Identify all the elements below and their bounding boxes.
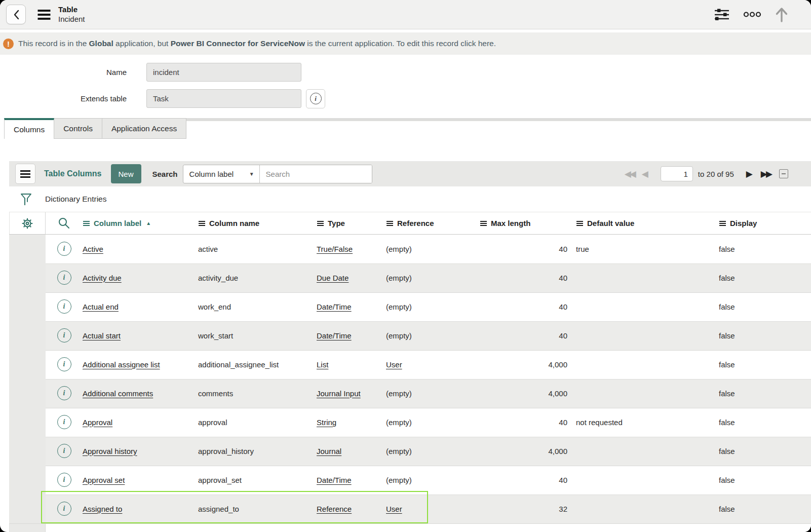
default-value-cell (576, 263, 719, 293)
chevron-left-icon (13, 10, 19, 20)
column-label-link[interactable]: Approval (83, 418, 112, 427)
record-name-subtitle: Incident (58, 15, 85, 24)
info-icon[interactable]: i (57, 299, 71, 314)
reference-value[interactable]: User (386, 505, 402, 513)
type-link[interactable]: Journal (317, 447, 341, 455)
scroll-to-top-button[interactable] (775, 7, 789, 23)
type-link[interactable]: Date/Time (317, 302, 352, 311)
row-selector-cell sel-border[interactable] (9, 350, 46, 379)
row-selector-cell sel-border[interactable] (9, 235, 46, 264)
row-selector-cell sel-border[interactable] (9, 437, 46, 466)
column-menu-icon (317, 220, 324, 226)
column-header-label: Reference (397, 219, 434, 227)
column-header-type[interactable]: Type (317, 219, 386, 227)
list-context-menu-button[interactable] (15, 164, 35, 184)
previous-page-button[interactable]: ◀ (642, 170, 648, 178)
type-link[interactable]: String (317, 418, 336, 427)
type-link[interactable]: List (317, 360, 328, 369)
search-icon[interactable] (58, 217, 70, 230)
personalize-form-button[interactable] (714, 8, 730, 21)
default-value-cell (576, 466, 719, 495)
info-icon[interactable]: i (57, 357, 71, 371)
row-info-cell: i (46, 408, 83, 437)
row-selector-cell sel-border[interactable] (9, 263, 46, 293)
tab-controls[interactable]: Controls (54, 118, 102, 139)
reference-cell: User (386, 495, 480, 524)
more-options-button[interactable] (743, 11, 761, 18)
page-number-input[interactable] (661, 166, 693, 181)
type-link[interactable]: True/False (317, 245, 353, 253)
column-header-display[interactable]: Display (719, 219, 811, 227)
info-icon[interactable]: i (57, 473, 71, 487)
column-label-link[interactable]: Assigned to (83, 505, 122, 513)
list-settings-cell (9, 212, 46, 234)
type-cell: Journal Input (317, 379, 386, 408)
search-field-select[interactable]: Column label ▼ (183, 165, 260, 183)
type-link[interactable]: Date/Time (317, 476, 352, 484)
column-label-link[interactable]: Active (83, 245, 103, 253)
column-header-max-length[interactable]: Max length (480, 219, 576, 227)
sort-ascending-icon: ▲ (146, 220, 151, 226)
reference-cell: (empty) (386, 321, 480, 351)
context-menu-button[interactable] (37, 9, 51, 20)
form-row-name: Name (0, 63, 811, 82)
column-header-column-name[interactable]: Column name (198, 219, 317, 227)
column-label-link[interactable]: Actual start (83, 331, 121, 340)
tab-columns[interactable]: Columns (4, 118, 54, 139)
column-label-link[interactable]: Additional assignee list (83, 360, 160, 369)
column-label-link[interactable]: Approval set (83, 476, 125, 484)
column-label-link[interactable]: Activity due (83, 274, 122, 282)
info-icon[interactable]: i (57, 444, 71, 458)
column-search-toggle-cell (46, 212, 83, 234)
column-label-cell: Approval (83, 408, 198, 437)
info-icon[interactable]: i (57, 386, 71, 400)
form-tabs: Columns Controls Application Access (4, 118, 811, 139)
default-value-cell (576, 292, 719, 322)
extends-table-field-label: Extends table (0, 94, 127, 103)
sliders-icon (714, 8, 730, 21)
column-label-cell: Approval set (83, 466, 198, 495)
column-header-default-value[interactable]: Default value (576, 219, 719, 227)
column-header-reference[interactable]: Reference (386, 219, 480, 227)
filter-button[interactable] (20, 193, 32, 206)
list-title[interactable]: Table Columns (44, 169, 102, 178)
new-button[interactable]: New (111, 164, 141, 183)
type-link[interactable]: Journal Input (317, 389, 361, 398)
row-selector-cell sel-border[interactable] (9, 379, 46, 408)
column-label-link[interactable]: Approval history (83, 447, 137, 455)
display-cell: false (719, 235, 811, 264)
column-header-column-label[interactable]: Column label ▲ (83, 219, 198, 227)
info-icon[interactable]: i (57, 415, 71, 429)
gear-icon[interactable] (21, 217, 34, 230)
display-cell: false (719, 495, 811, 524)
next-page-button[interactable]: ▶ (746, 170, 753, 178)
first-page-button[interactable]: ◀◀ (625, 170, 635, 178)
extends-table-field[interactable] (146, 89, 301, 108)
reference-value: (empty) (386, 302, 412, 311)
info-icon[interactable]: i (57, 242, 71, 256)
collapse-list-button[interactable] (779, 169, 788, 178)
info-icon[interactable]: i (57, 502, 71, 516)
type-link[interactable]: Reference (317, 505, 352, 513)
info-icon[interactable]: i (57, 271, 71, 285)
column-label-link[interactable]: Additional comments (83, 389, 153, 398)
last-page-button[interactable]: ▶▶ (761, 170, 771, 178)
info-icon[interactable]: i (57, 328, 71, 343)
back-button[interactable] (6, 5, 26, 24)
row-selector-cell sel-border[interactable] (9, 495, 46, 524)
extends-table-info-button[interactable]: i (306, 89, 325, 108)
type-link[interactable]: Date/Time (317, 331, 352, 340)
list-breadcrumb[interactable]: Dictionary Entries (45, 195, 106, 204)
name-field[interactable] (146, 63, 301, 82)
scope-warning-text[interactable]: This record is in the Global application… (18, 39, 496, 48)
row-selector-cell sel-border[interactable] (9, 408, 46, 437)
row-selector-cell sel-border[interactable] (9, 321, 46, 351)
search-input[interactable] (260, 165, 372, 183)
row-selector-cell sel-border[interactable] (9, 292, 46, 322)
tab-application-access[interactable]: Application Access (102, 118, 186, 139)
row-selector-cell sel-border[interactable] (9, 466, 46, 495)
reference-value[interactable]: User (386, 360, 402, 369)
list-filter-row: Dictionary Entries (0, 186, 811, 212)
type-link[interactable]: Due Date (317, 274, 349, 282)
column-label-link[interactable]: Actual end (83, 302, 119, 311)
